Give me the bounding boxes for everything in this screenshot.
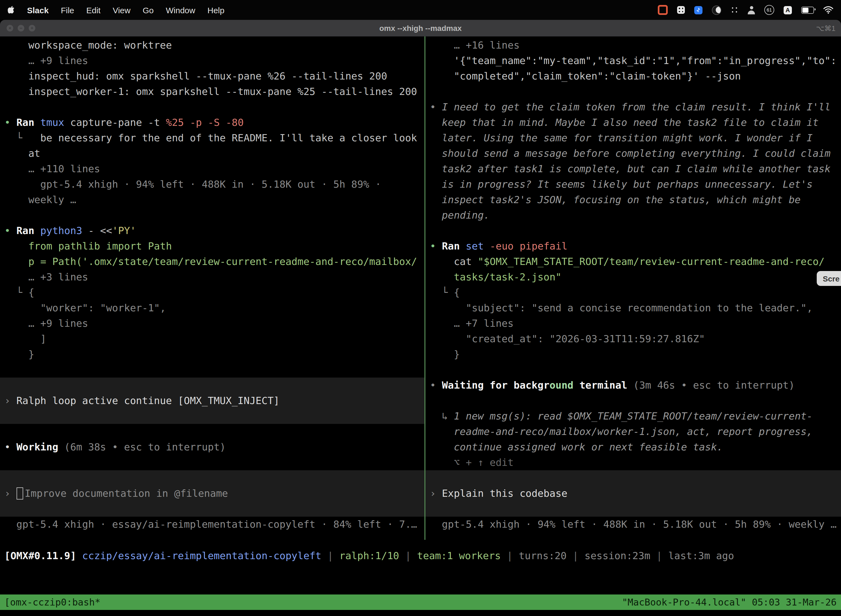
menu-app-name[interactable]: Slack <box>27 5 48 15</box>
text-segment: readme-and-reco/mailbox/worker-1.json, a… <box>430 425 813 437</box>
text-segment: python3 <box>40 224 88 236</box>
text-segment: terminal <box>573 379 633 391</box>
text-segment: gpt-5.4 xhigh · 94% left · 488K in · 5.1… <box>4 178 381 190</box>
text-segment: ralph:1/10 <box>339 550 399 561</box>
terminal-line: • Ran tmux capture-pane -t %25 -p -S -80 <box>4 115 424 130</box>
menu-item-window[interactable]: Window <box>166 5 195 15</box>
terminal-line: … +7 lines <box>430 316 841 331</box>
text-segment: weekly … <box>4 194 76 205</box>
terminal-line <box>4 424 424 439</box>
keypad-icon[interactable] <box>677 6 685 14</box>
text-segment: continue assigned work or next feasible … <box>430 441 723 453</box>
text-segment: › <box>4 395 16 406</box>
text-segment: … +110 lines <box>4 163 100 175</box>
terminal-line: … +9 lines <box>4 53 424 69</box>
menu-item-edit[interactable]: Edit <box>86 5 101 15</box>
text-segment: - << <box>88 224 112 236</box>
text-segment: Ran <box>16 116 40 128</box>
terminal-line: cat "$OMX_TEAM_STATE_ROOT/team/review-cu… <box>430 254 841 269</box>
terminal-line: • Working (6m 38s • esc to interrupt) <box>4 439 424 455</box>
terminal-line <box>430 84 841 99</box>
terminal-line: inspect_hud: omx sparkshell --tmux-pane … <box>4 69 424 84</box>
terminal-line: ⌥ + ↑ edit <box>430 455 841 470</box>
text-segment: capture-pane <box>70 116 148 128</box>
prompt-bar[interactable]: › Improve documentation in @filename <box>0 470 424 517</box>
text-segment: cat <box>430 255 478 267</box>
text-segment: "$OMX_TEAM_STATE_ROOT/team/review-curren… <box>478 255 825 267</box>
screen-notification-sliver[interactable]: Scre <box>817 271 841 286</box>
text-segment: tmux <box>40 116 70 128</box>
prompt-bar[interactable]: › Ralph loop active continue [OMX_TMUX_I… <box>0 378 424 424</box>
text-segment: | <box>567 550 585 561</box>
terminal-line: … +16 lines <box>430 38 841 53</box>
right-pane[interactable]: … +16 lines '{"team_name":"my-team","tas… <box>425 37 841 532</box>
silhouette-icon[interactable] <box>748 6 755 14</box>
menu-item-view[interactable]: View <box>113 5 130 15</box>
text-segment: later. Using the same for transition mig… <box>430 132 813 144</box>
text-segment: Waiting for backgr <box>442 379 549 391</box>
text-segment: … +9 lines <box>4 55 88 66</box>
text-segment: I need to get the claim token from the c… <box>442 101 831 113</box>
text-segment: inspect task2's JSON, focusing on the st… <box>430 194 801 205</box>
text-segment: at <box>4 147 40 159</box>
terminal-line <box>430 223 841 238</box>
text-segment: ] <box>4 333 46 345</box>
battery-icon[interactable] <box>801 6 814 13</box>
battery-percentage-label: 61 <box>767 7 772 13</box>
terminal-line: "subject": "send a concise recommendatio… <box>430 300 841 316</box>
prompt-bar[interactable]: › Explain this codebase <box>425 470 841 517</box>
terminal-line: • I need to get the claim token from the… <box>430 99 841 115</box>
screen-recording-indicator-icon[interactable] <box>658 5 668 15</box>
zoom-button[interactable]: + <box>29 25 35 31</box>
dots-grid-icon[interactable] <box>731 6 738 14</box>
text-segment: Ran <box>442 240 466 252</box>
terminal-line: gpt-5.4 xhigh · 94% left · 488K in · 5.1… <box>430 517 841 532</box>
text-segment: … +16 lines <box>430 39 520 51</box>
battery-percentage-badge[interactable]: 61 <box>764 5 774 15</box>
window-title-bar[interactable]: × − + omx --xhigh --madmax ⌥⌘1 <box>0 20 841 37</box>
text-segment: task2 after task1 is complete, but can I… <box>430 163 831 175</box>
input-source-icon[interactable]: A <box>784 6 792 14</box>
terminal-line <box>4 455 424 470</box>
text-segment: • <box>4 224 16 236</box>
text-segment: ↳ <box>430 410 454 422</box>
text-segment: inspect_worker-1: omx sparkshell --tmux-… <box>4 85 417 97</box>
dark-circle-app-icon[interactable] <box>712 5 721 15</box>
text-segment: (6m 38s • esc to interrupt) <box>64 441 226 453</box>
terminal-line: workspace_mode: worktree <box>4 38 424 53</box>
menu-item-file[interactable]: File <box>61 5 74 15</box>
apple-menu-icon[interactable] <box>8 5 16 15</box>
menu-bar: Slack File Edit View Go Window Help 61 A <box>0 0 841 20</box>
wifi-icon[interactable] <box>823 6 833 14</box>
minimize-button[interactable]: − <box>18 25 24 31</box>
text-segment: "completed","claim_token":"claim-token"}… <box>430 70 741 82</box>
text-segment: | <box>501 550 519 561</box>
blue-app-icon[interactable] <box>694 6 702 14</box>
left-pane[interactable]: workspace_mode: worktree … +9 lines insp… <box>0 37 424 532</box>
text-segment: workspace_mode: worktree <box>4 39 172 51</box>
text-segment: '{"team_name":"my-team","task_id":"1","f… <box>430 55 837 66</box>
text-segment: | <box>321 550 339 561</box>
text-segment: • <box>4 441 16 453</box>
text-segment: Working <box>16 441 64 453</box>
terminal-line: … +9 lines <box>4 316 424 331</box>
text-segment: set <box>466 240 490 252</box>
menu-item-go[interactable]: Go <box>143 5 154 15</box>
text-segment: … +9 lines <box>4 317 88 329</box>
text-segment: (3m 46s • esc to interrupt) <box>633 379 795 391</box>
terminal-line: inspect_worker-1: omx sparkshell --tmux-… <box>4 84 424 99</box>
menu-item-help[interactable]: Help <box>208 5 224 15</box>
text-segment: "subject": "send a concise recommendatio… <box>430 302 813 314</box>
text-segment: • <box>430 240 442 252</box>
terminal-line: … +110 lines <box>4 161 424 177</box>
terminal-line: inspect task2's JSON, focusing on the st… <box>430 192 841 208</box>
text-segment: should send a message before completing … <box>430 147 831 159</box>
terminal-line: should send a message before completing … <box>430 146 841 161</box>
text-segment: %25 <box>166 116 190 128</box>
text-segment: ound <box>549 379 574 391</box>
battery-fill <box>802 7 809 12</box>
terminal-line: gpt-5.4 xhigh · 94% left · 488K in · 5.1… <box>4 177 424 192</box>
tmux-host-clock-label: "MacBook-Pro-44.local" 05:03 31-Mar-26 <box>622 594 837 610</box>
text-segment: pending. <box>430 209 490 221</box>
close-button[interactable]: × <box>7 25 13 31</box>
